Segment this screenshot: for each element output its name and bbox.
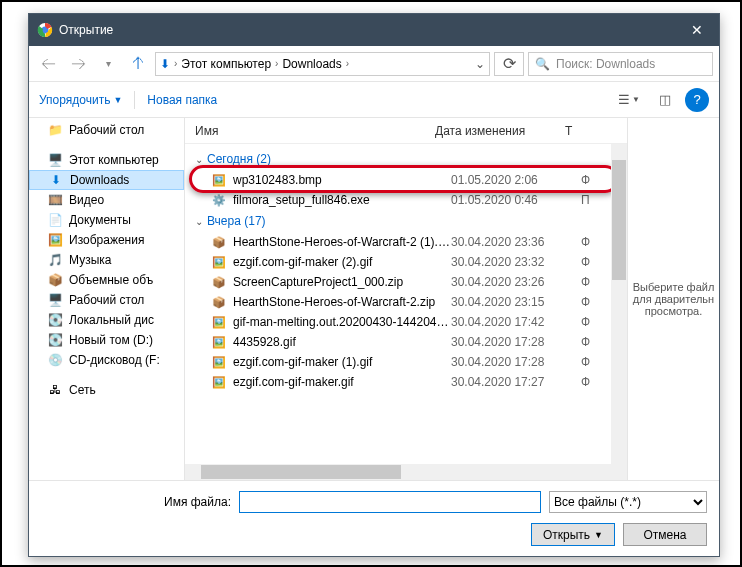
file-icon: 🖼️ <box>211 254 227 270</box>
footer: Имя файла: Все файлы (*.*) Открыть▼ Отме… <box>29 481 719 556</box>
open-button[interactable]: Открыть▼ <box>531 523 615 546</box>
file-icon: 🖼️ <box>211 172 227 188</box>
chevron-right-icon: › <box>174 58 177 69</box>
organize-menu[interactable]: Упорядочить▼ <box>39 93 122 107</box>
tree-cddvd[interactable]: 💿CD-дисковод (F: <box>29 350 184 370</box>
disc-icon: 💿 <box>47 352 63 368</box>
breadcrumb-bar[interactable]: ⬇ › Этот компьютер › Downloads › ⌄ <box>155 52 490 76</box>
new-folder-button[interactable]: Новая папка <box>147 93 217 107</box>
tree-downloads[interactable]: ⬇Downloads <box>29 170 184 190</box>
file-row[interactable]: 🖼️ezgif.com-gif-maker.gif30.04.2020 17:2… <box>191 372 627 392</box>
recent-dropdown[interactable]: ▾ <box>95 51 121 77</box>
file-row[interactable]: 🖼️ezgif.com-gif-maker (1).gif30.04.2020 … <box>191 352 627 372</box>
open-file-dialog: Открытие ✕ 🡠 🡢 ▾ 🡡 ⬇ › Этот компьютер › … <box>28 13 720 557</box>
titlebar: Открытие ✕ <box>29 14 719 46</box>
network-icon: 🖧 <box>47 382 63 398</box>
file-row[interactable]: 📦ScreenCaptureProject1_000.zip30.04.2020… <box>191 272 627 292</box>
search-placeholder: Поиск: Downloads <box>556 57 655 71</box>
close-button[interactable]: ✕ <box>674 14 719 46</box>
chevron-down-icon[interactable]: ⌄ <box>475 57 485 71</box>
vertical-scrollbar[interactable] <box>611 144 627 464</box>
file-row[interactable]: 🖼️ezgif.com-gif-maker (2).gif30.04.2020 … <box>191 252 627 272</box>
nav-tree: 📁Рабочий стол 🖥️Этот компьютер ⬇Download… <box>29 118 185 480</box>
down-arrow-icon: ⬇ <box>160 57 170 71</box>
column-headers[interactable]: Имя Дата изменения Т <box>185 118 627 144</box>
chevron-down-icon: ⌄ <box>195 154 203 165</box>
image-icon: 🖼️ <box>47 232 63 248</box>
video-icon: 🎞️ <box>47 192 63 208</box>
desktop-icon: 🖥️ <box>47 292 63 308</box>
nav-row: 🡠 🡢 ▾ 🡡 ⬇ › Этот компьютер › Downloads ›… <box>29 46 719 82</box>
preview-pane-button[interactable]: ◫ <box>649 88 681 112</box>
file-icon: 🖼️ <box>211 314 227 330</box>
file-icon: 🖼️ <box>211 374 227 390</box>
filename-input[interactable] <box>239 491 541 513</box>
group-header[interactable]: ⌄Сегодня (2) <box>191 148 627 170</box>
chevron-down-icon: ▼ <box>594 530 603 540</box>
horizontal-scrollbar[interactable] <box>185 464 627 480</box>
view-mode-button[interactable]: ☰ ▼ <box>613 88 645 112</box>
col-type[interactable]: Т <box>565 124 627 138</box>
chevron-down-icon: ▼ <box>113 95 122 105</box>
col-name[interactable]: Имя <box>195 124 435 138</box>
chevron-right-icon: › <box>346 58 349 69</box>
file-row[interactable]: ⚙️filmora_setup_full846.exe01.05.2020 0:… <box>191 190 627 210</box>
window-title: Открытие <box>59 23 674 37</box>
forward-button: 🡢 <box>65 51 91 77</box>
tree-pc[interactable]: 🖥️Этот компьютер <box>29 150 184 170</box>
preview-pane: Выберите файл для дварительн просмотра. <box>627 118 719 480</box>
music-icon: 🎵 <box>47 252 63 268</box>
search-box[interactable]: 🔍 Поиск: Downloads <box>528 52 713 76</box>
tree-newvol[interactable]: 💽Новый том (D:) <box>29 330 184 350</box>
tree-localdisk[interactable]: 💽Локальный дис <box>29 310 184 330</box>
download-icon: ⬇ <box>48 172 64 188</box>
file-list-area: Имя Дата изменения Т ⌄Сегодня (2)🖼️wp310… <box>185 118 627 480</box>
file-row[interactable]: 🖼️gif-man-melting.out.20200430-144204.gi… <box>191 312 627 332</box>
tree-docs[interactable]: 📄Документы <box>29 210 184 230</box>
tree-images[interactable]: 🖼️Изображения <box>29 230 184 250</box>
pc-icon: 🖥️ <box>47 152 63 168</box>
file-icon: 📦 <box>211 294 227 310</box>
file-icon: ⚙️ <box>211 192 227 208</box>
breadcrumb-pc[interactable]: Этот компьютер <box>181 57 271 71</box>
tree-3d[interactable]: 📦Объемные объ <box>29 270 184 290</box>
refresh-button[interactable]: ⟳ <box>494 52 524 76</box>
group-header[interactable]: ⌄Вчера (17) <box>191 210 627 232</box>
filetype-select[interactable]: Все файлы (*.*) <box>549 491 707 513</box>
chrome-icon <box>37 22 53 38</box>
file-icon: 📦 <box>211 234 227 250</box>
help-button[interactable]: ? <box>685 88 709 112</box>
file-list: ⌄Сегодня (2)🖼️wp3102483.bmp01.05.2020 2:… <box>185 144 627 464</box>
file-icon: 🖼️ <box>211 354 227 370</box>
file-icon: 🖼️ <box>211 334 227 350</box>
tree-music[interactable]: 🎵Музыка <box>29 250 184 270</box>
chevron-down-icon: ⌄ <box>195 216 203 227</box>
up-button[interactable]: 🡡 <box>125 51 151 77</box>
folder-icon: 📁 <box>47 122 63 138</box>
col-date[interactable]: Дата изменения <box>435 124 565 138</box>
drive-icon: 💽 <box>47 312 63 328</box>
cube-icon: 📦 <box>47 272 63 288</box>
file-row[interactable]: 🖼️4435928.gif30.04.2020 17:28Ф <box>191 332 627 352</box>
tree-video[interactable]: 🎞️Видео <box>29 190 184 210</box>
back-button[interactable]: 🡠 <box>35 51 61 77</box>
search-icon: 🔍 <box>535 57 550 71</box>
drive-icon: 💽 <box>47 332 63 348</box>
toolbar: Упорядочить▼ Новая папка ☰ ▼ ◫ ? <box>29 82 719 118</box>
file-icon: 📦 <box>211 274 227 290</box>
breadcrumb-folder[interactable]: Downloads <box>282 57 341 71</box>
file-row[interactable]: 🖼️wp3102483.bmp01.05.2020 2:06Ф <box>191 170 627 190</box>
tree-desktop2[interactable]: 🖥️Рабочий стол <box>29 290 184 310</box>
tree-network[interactable]: 🖧Сеть <box>29 380 184 400</box>
cancel-button[interactable]: Отмена <box>623 523 707 546</box>
document-icon: 📄 <box>47 212 63 228</box>
tree-desktop[interactable]: 📁Рабочий стол <box>29 120 184 140</box>
file-row[interactable]: 📦HearthStone-Heroes-of-Warcraft-2 (1).zi… <box>191 232 627 252</box>
chevron-right-icon: › <box>275 58 278 69</box>
file-row[interactable]: 📦HearthStone-Heroes-of-Warcraft-2.zip30.… <box>191 292 627 312</box>
filename-label: Имя файла: <box>41 495 231 509</box>
